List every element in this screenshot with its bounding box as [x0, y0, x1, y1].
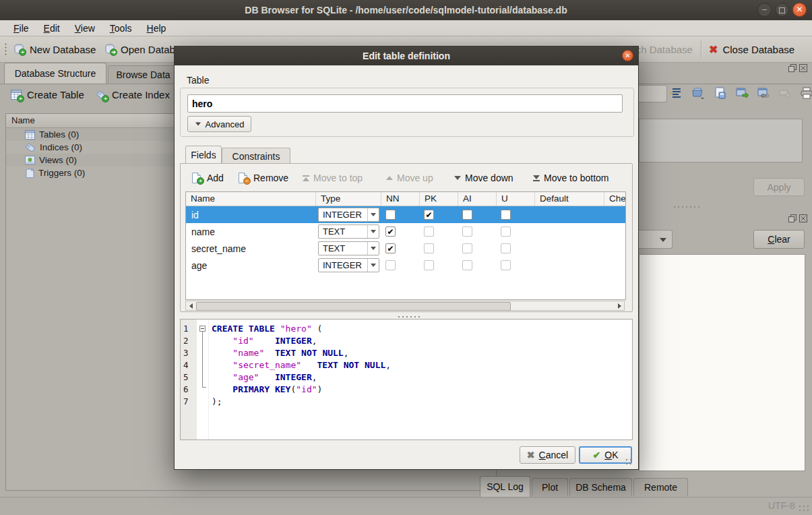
field-name-cell[interactable]: age [186, 257, 316, 274]
type-combobox[interactable]: TEXT [318, 241, 379, 255]
window-titlebar[interactable]: DB Browser for SQLite - /home/user/code/… [0, 0, 812, 21]
create-index-button[interactable]: + Create Index [96, 89, 170, 100]
menu-help[interactable]: Help [140, 22, 173, 35]
field-name-cell[interactable]: name [186, 223, 316, 240]
u-checkbox[interactable] [501, 210, 511, 220]
column-header-pk[interactable]: PK [420, 192, 458, 206]
save-icon[interactable] [713, 86, 728, 100]
column-header-name[interactable]: Name [186, 192, 316, 206]
text-mode-icon[interactable] [670, 86, 685, 100]
column-header-nn[interactable]: NN [381, 192, 420, 206]
bottom-tab-plot[interactable]: Plot [532, 478, 568, 496]
dock-float-icon[interactable] [788, 63, 797, 71]
bottom-tab-remote[interactable]: Remote [633, 478, 688, 496]
menu-tools[interactable]: Tools [103, 22, 139, 35]
dock-float-icon[interactable] [788, 214, 797, 222]
field-name-cell[interactable]: id [186, 206, 316, 223]
ai-checkbox[interactable] [462, 210, 472, 220]
nn-checkbox[interactable] [385, 260, 396, 270]
column-header-u[interactable]: U [497, 192, 535, 206]
toolbar-drag-handle[interactable] [4, 42, 7, 56]
nn-checkbox[interactable]: ✔ [385, 226, 396, 237]
new-database-button[interactable]: + New Database [13, 40, 96, 58]
dialog-close-button[interactable]: ✕ [622, 50, 633, 61]
default-cell[interactable] [535, 223, 604, 240]
column-header-ai[interactable]: AI [458, 192, 497, 206]
grid-hscrollbar[interactable] [185, 301, 625, 311]
minimize-button[interactable]: – [757, 3, 772, 17]
column-header-default[interactable]: Default [535, 192, 604, 206]
default-cell[interactable] [535, 240, 604, 257]
maximize-button[interactable] [775, 3, 789, 17]
menu-file[interactable]: File [7, 22, 36, 35]
export-icon[interactable] [735, 86, 749, 100]
type-combobox[interactable]: TEXT [318, 224, 379, 239]
bottom-tab-db-schema[interactable]: DB Schema [569, 478, 632, 496]
open-file-icon[interactable] [691, 86, 706, 100]
tab-browse-data[interactable]: Browse Data [108, 65, 179, 84]
bottom-tab-sql-log[interactable]: SQL Log [480, 476, 530, 497]
sql-preview-editor[interactable]: 1234567 CREATE TABLE "hero" ( "id" INTEG… [180, 319, 633, 440]
column-header-check[interactable]: Check [604, 192, 626, 206]
nn-checkbox[interactable] [385, 210, 396, 220]
scroll-right-arrow[interactable] [615, 301, 624, 310]
dialog-tab-constraints[interactable]: Constraints [222, 148, 290, 164]
field-row-id[interactable]: idINTEGER✔ [186, 206, 625, 223]
field-row-age[interactable]: ageINTEGER [186, 257, 625, 274]
dock-splitter-handle[interactable] [673, 205, 702, 208]
check-cell[interactable] [604, 206, 626, 223]
pk-checkbox[interactable] [424, 226, 434, 237]
field-row-secret_name[interactable]: secret_nameTEXT✔ [186, 240, 625, 257]
dialog-titlebar[interactable]: Edit table definition [175, 47, 638, 65]
add-button[interactable]: +Add [191, 170, 224, 186]
dock-splitter-left[interactable] [0, 113, 4, 491]
link-icon[interactable] [756, 86, 771, 100]
pk-checkbox[interactable] [424, 260, 434, 270]
close-button[interactable]: ✕ [792, 3, 807, 17]
cell-mode-combo[interactable] [639, 85, 667, 102]
pk-checkbox[interactable] [424, 243, 434, 253]
field-row-name[interactable]: nameTEXT✔ [186, 223, 625, 240]
table-name-input[interactable] [187, 94, 623, 113]
column-header-type[interactable]: Type [316, 192, 381, 206]
move-to-bottom-button[interactable]: Move to bottom [533, 170, 609, 186]
menu-edit[interactable]: Edit [37, 22, 67, 35]
scroll-thumb[interactable] [196, 302, 511, 311]
resize-grip[interactable] [798, 504, 809, 513]
check-cell[interactable] [604, 240, 626, 257]
pk-checkbox[interactable]: ✔ [424, 210, 434, 220]
set-null-icon[interactable] [778, 86, 792, 100]
fold-collapse-icon[interactable] [199, 326, 206, 332]
default-cell[interactable] [535, 206, 604, 223]
advanced-button[interactable]: Advanced [187, 116, 251, 132]
ai-checkbox[interactable] [462, 260, 472, 270]
ai-checkbox[interactable] [462, 226, 472, 237]
print-icon[interactable] [799, 86, 812, 100]
type-combobox[interactable]: INTEGER [318, 208, 379, 222]
cell-editor-area[interactable] [639, 119, 803, 162]
remove-button[interactable]: −Remove [238, 170, 288, 186]
create-table-button[interactable]: + Create Table [11, 89, 84, 100]
u-checkbox[interactable] [501, 260, 511, 270]
dialog-resize-grip[interactable] [625, 458, 634, 466]
log-filter-combo[interactable] [639, 230, 673, 249]
ai-checkbox[interactable] [462, 243, 472, 253]
check-cell[interactable] [604, 223, 626, 240]
u-checkbox[interactable] [501, 226, 511, 237]
dock-close-icon[interactable] [799, 214, 807, 222]
field-name-cell[interactable]: secret_name [186, 240, 316, 257]
default-cell[interactable] [535, 257, 604, 274]
close-database-button[interactable]: ✖ Close Database [709, 40, 794, 58]
move-down-button[interactable]: Move down [454, 170, 513, 186]
check-cell[interactable] [604, 257, 626, 274]
cancel-button[interactable]: ✖ Cancel [520, 446, 575, 464]
dock-close-icon[interactable] [799, 63, 807, 71]
sql-log-area[interactable] [639, 254, 805, 471]
dialog-splitter-handle[interactable] [397, 315, 420, 318]
nn-checkbox[interactable]: ✔ [385, 243, 396, 253]
menu-view[interactable]: View [68, 22, 102, 35]
tab-database-structure[interactable]: Database Structure [4, 63, 106, 84]
type-combobox[interactable]: INTEGER [318, 258, 379, 272]
clear-button[interactable]: Clear [753, 230, 805, 249]
u-checkbox[interactable] [501, 243, 511, 253]
